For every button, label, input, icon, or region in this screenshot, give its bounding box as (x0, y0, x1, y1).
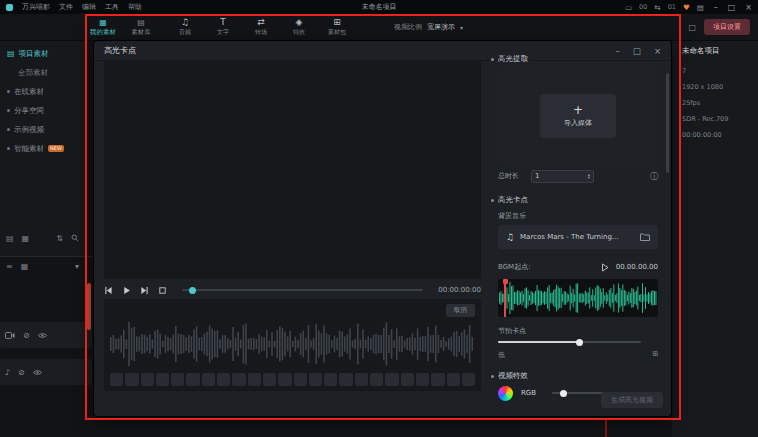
slider-handle[interactable] (560, 390, 567, 397)
skip-forward-icon[interactable] (140, 286, 149, 295)
tab-stock-library[interactable]: ▤ 素材库 (122, 14, 160, 40)
dialog-maximize-button[interactable]: □ (633, 46, 641, 56)
dialog-scrollbar[interactable] (666, 65, 669, 409)
clip-segment[interactable] (232, 373, 245, 386)
browse-folder-icon[interactable] (640, 233, 650, 241)
clip-segment[interactable] (263, 373, 276, 386)
tool-label: 音频 (179, 28, 191, 37)
color-wheel-icon[interactable] (498, 386, 513, 401)
sidebar-item-online-media[interactable]: 在线素材 (0, 82, 85, 101)
clip-segment[interactable] (370, 373, 383, 386)
highlight-beat-dialog: 高光卡点 – □ × 00:00:00:00 取消 高光 (93, 40, 672, 417)
sidebar-item-shared-space[interactable]: 分享空间 (0, 101, 85, 120)
bgm-track-row[interactable]: ♫ Marcos Mars - The Turning... (498, 225, 658, 249)
clip-segment[interactable] (385, 373, 398, 386)
section-highlight-beat: 高光卡点 (491, 195, 528, 205)
filter-icon[interactable]: ▤ (6, 234, 14, 243)
seek-handle[interactable] (189, 287, 196, 294)
tool-text[interactable]: T 文字 (204, 14, 242, 40)
dialog-close-button[interactable]: × (654, 46, 661, 56)
timeline-playhead[interactable] (87, 283, 91, 330)
sidebar-item-label: 示例视频 (14, 125, 44, 135)
track-visibility-icon[interactable] (33, 369, 42, 376)
clip-segment[interactable] (462, 373, 475, 386)
text-icon: T (220, 18, 226, 27)
project-settings-button[interactable]: 项目设置 (704, 19, 750, 35)
tool-asset-pack[interactable]: ⊞ 素材包 (318, 14, 356, 40)
clip-segment[interactable] (324, 373, 337, 386)
bgm-waveform-panel[interactable] (498, 279, 658, 317)
clip-segment[interactable] (156, 373, 169, 386)
clip-segment[interactable] (431, 373, 444, 386)
app-name[interactable]: 万兴喵影 (22, 2, 50, 12)
bgm-playhead[interactable] (504, 279, 506, 317)
track-visibility-icon[interactable] (38, 332, 47, 339)
expand-icon[interactable]: □ (688, 23, 696, 32)
favorite-icon[interactable]: ♥ (683, 3, 690, 12)
info-colorspace: SDR - Rec.709 (682, 115, 748, 123)
beat-density-slider[interactable] (498, 341, 641, 343)
panel-toggle-icon[interactable]: ▤ (697, 3, 704, 12)
bgm-track-name: Marcos Mars - The Turning... (520, 233, 634, 241)
clip-segment[interactable] (416, 373, 429, 386)
dialog-minimize-button[interactable]: – (616, 46, 620, 56)
beat-tune-icon[interactable]: ⊞ (652, 350, 658, 360)
search-icon[interactable] (71, 234, 79, 242)
menu-edit[interactable]: 编辑 (82, 2, 96, 12)
stop-icon[interactable] (158, 286, 167, 295)
stock-library-icon: ▤ (137, 18, 145, 27)
play-icon[interactable] (122, 286, 131, 295)
clip-segment[interactable] (339, 373, 352, 386)
clip-segment[interactable] (309, 373, 322, 386)
clip-segment[interactable] (110, 373, 123, 386)
clip-segment[interactable] (217, 373, 230, 386)
grid-view-icon[interactable]: ▦ (22, 234, 30, 243)
clip-segment[interactable] (447, 373, 460, 386)
swap-icon[interactable]: ⇆ (654, 3, 660, 12)
clip-segment[interactable] (202, 373, 215, 386)
clip-segment[interactable] (141, 373, 154, 386)
clip-segment[interactable] (125, 373, 138, 386)
menu-file[interactable]: 文件 (59, 2, 73, 12)
clip-segment[interactable] (278, 373, 291, 386)
sidebar-item-sample-video[interactable]: 示例视频 (0, 120, 85, 139)
sort-icon[interactable]: ⇅ (56, 234, 63, 243)
sidebar-item-project-media[interactable]: ▤ 项目素材 (0, 44, 85, 63)
skip-back-icon[interactable] (104, 286, 113, 295)
slider-handle[interactable] (576, 339, 583, 346)
cancel-analysis-button[interactable]: 取消 (446, 304, 475, 317)
duration-stepper[interactable]: ▴ ▾ (588, 173, 590, 180)
sidebar-item-all-media[interactable]: 全部素材 (0, 63, 85, 82)
window-minimize-button[interactable]: – (714, 3, 718, 12)
scrollbar-thumb[interactable] (666, 73, 669, 173)
layout-icon[interactable]: ▭ (625, 3, 632, 12)
import-media-button[interactable]: + 导入媒体 (540, 94, 616, 138)
menu-help[interactable]: 帮助 (128, 2, 142, 12)
clip-segment[interactable] (186, 373, 199, 386)
video-track-icon (5, 332, 15, 339)
clip-segment[interactable] (171, 373, 184, 386)
clip-segment[interactable] (294, 373, 307, 386)
window-maximize-button[interactable]: □ (728, 3, 736, 12)
list-view-icon[interactable]: ≡ (6, 262, 13, 271)
track-disable-icon[interactable]: ⊘ (23, 331, 30, 340)
duration-input[interactable]: 1 ▴ ▾ (531, 170, 594, 183)
tool-audio[interactable]: ♫ 音频 (166, 14, 204, 40)
menu-tools[interactable]: 工具 (105, 2, 119, 12)
chevron-down-icon[interactable]: ▾ (75, 262, 79, 271)
aspect-ratio-dropdown[interactable]: 视频比例 宽屏演示 ▾ (394, 14, 463, 40)
bgm-play-icon[interactable] (601, 263, 609, 272)
grid-view-icon[interactable]: ▦ (21, 262, 29, 271)
clip-segment[interactable] (355, 373, 368, 386)
tool-transition[interactable]: ⇄ 转场 (242, 14, 280, 40)
tool-effects[interactable]: ◈ 特效 (280, 14, 318, 40)
track-disable-icon[interactable]: ⊘ (18, 368, 25, 377)
clip-segment[interactable] (401, 373, 414, 386)
sidebar-item-smart-media[interactable]: 智能素材 NEW (0, 139, 85, 158)
window-close-button[interactable]: × (745, 3, 752, 12)
clip-segment[interactable] (248, 373, 261, 386)
tab-my-media[interactable]: ▦ 我的素材 (84, 14, 122, 40)
generate-highlight-button[interactable]: 生成高光视频 (601, 392, 663, 408)
seek-slider[interactable] (182, 289, 423, 291)
spinner-down-icon[interactable]: ▾ (588, 176, 590, 180)
